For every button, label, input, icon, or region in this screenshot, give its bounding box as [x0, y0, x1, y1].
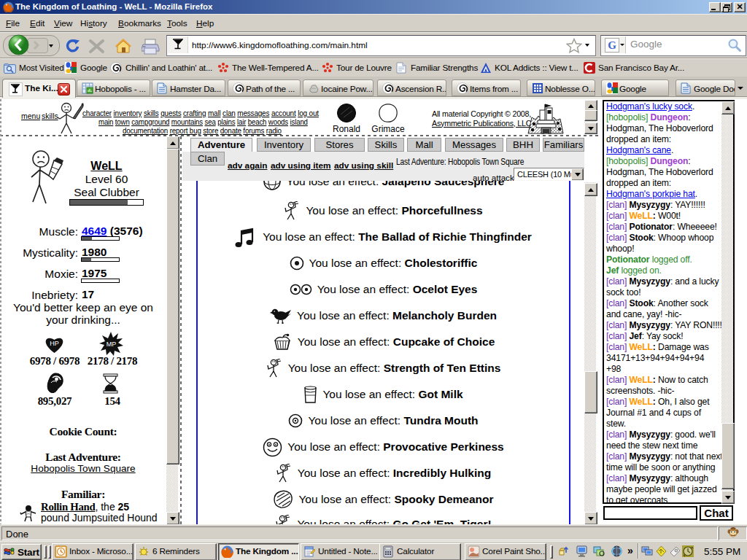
svg-text:HP: HP — [50, 340, 59, 347]
svg-text:MP: MP — [107, 341, 117, 348]
